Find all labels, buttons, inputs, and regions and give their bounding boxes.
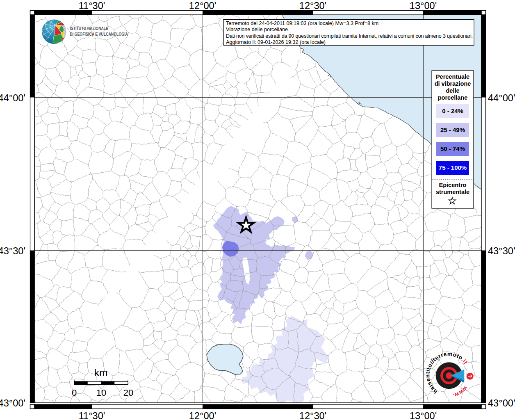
svg-text:12°30': 12°30' [299,411,326,420]
svg-text:43°30': 43°30' [488,246,515,256]
svg-text:44°00': 44°00' [0,93,25,103]
svg-text:0: 0 [72,388,77,398]
svg-text:12°00': 12°00' [189,411,216,420]
svg-text:50 - 74%: 50 - 74% [440,145,465,152]
svg-text:di vibrazione: di vibrazione [435,80,471,87]
svg-text:12°00': 12°00' [189,0,216,11]
svg-text:km: km [94,367,108,378]
svg-text:13°00': 13°00' [410,0,437,11]
svg-text:0 - 24%: 0 - 24% [442,107,463,114]
svg-text:Vibrazione delle porcellane: Vibrazione delle porcellane [226,27,288,32]
svg-text:porcellane: porcellane [438,94,468,101]
svg-text:Dati non verificati estratti d: Dati non verificati estratti da 90 quest… [226,33,473,39]
svg-text:11°30': 11°30' [79,0,105,11]
svg-text:44°00': 44°00' [488,93,515,103]
svg-text:Epicentro: Epicentro [439,182,467,188]
svg-text:25 - 49%: 25 - 49% [440,126,465,133]
svg-text:20: 20 [123,388,133,398]
svg-text:75 - 100%: 75 - 100% [439,164,467,171]
svg-text:Percentuale: Percentuale [436,73,469,80]
svg-text:43°30': 43°30' [0,246,25,256]
svg-text:strumentale: strumentale [436,189,469,195]
svg-text:13°00': 13°00' [410,411,437,420]
svg-text:?: ? [467,374,473,378]
svg-text:DI GEOFISICA E VULCANOLOGIA: DI GEOFISICA E VULCANOLOGIA [70,32,128,37]
svg-text:10: 10 [96,388,106,398]
svg-text:Aggiornato il: 09-01-2026 19:3: Aggiornato il: 09-01-2026 19:32 (ora loc… [226,39,326,45]
svg-text:Terremoto del 24-04-2011 09:19: Terremoto del 24-04-2011 09:19:03 (ora l… [226,21,378,26]
svg-text:delle: delle [446,87,459,94]
svg-text:43°00': 43°00' [0,398,25,409]
svg-text:43°00': 43°00' [488,398,515,409]
svg-text:11°30': 11°30' [79,411,105,420]
svg-text:ISTITUTO NAZIONALE: ISTITUTO NAZIONALE [70,26,108,31]
svg-text:12°30': 12°30' [299,0,326,11]
